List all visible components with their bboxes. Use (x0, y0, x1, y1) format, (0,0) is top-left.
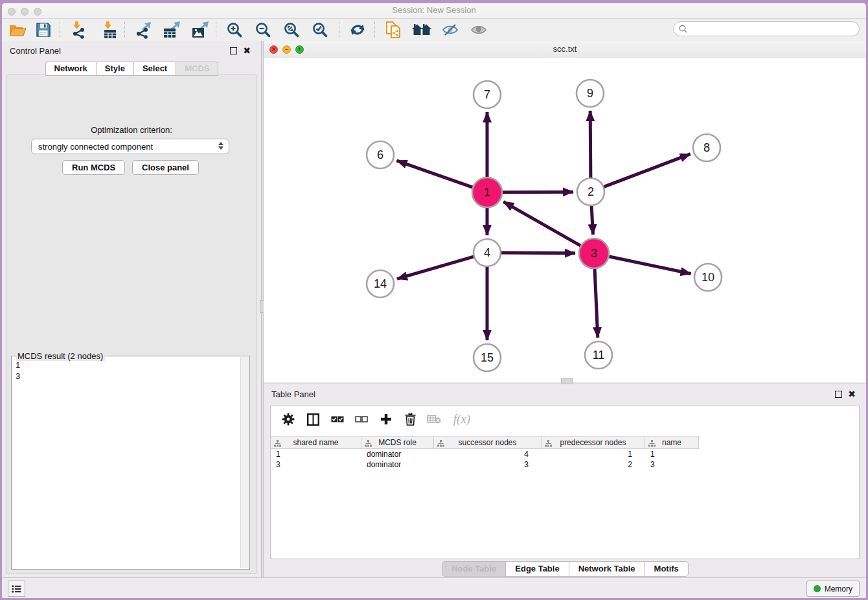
import-network-button[interactable] (68, 20, 89, 40)
delete-table-button[interactable] (424, 410, 444, 428)
zoom-in-icon (227, 22, 242, 38)
svg-text:3: 3 (591, 247, 597, 260)
node-6[interactable]: 6 (367, 141, 394, 168)
zoom-out-icon (255, 22, 271, 38)
hide-selected-button[interactable] (440, 20, 461, 40)
tab-select[interactable]: Select (133, 62, 176, 76)
deselect-all-button[interactable] (352, 410, 371, 428)
network-titlebar[interactable]: ✕ – + scc.txt (264, 41, 866, 59)
zoom-in-button[interactable] (224, 20, 245, 40)
edge-2-3[interactable] (591, 205, 593, 235)
zoom-fit-button[interactable] (281, 20, 302, 40)
edge-4-3[interactable] (500, 253, 575, 253)
status-bar: Memory (2, 577, 866, 598)
cell-name[interactable]: 1 (645, 449, 699, 459)
list-icon (12, 585, 21, 593)
close-table-panel-icon[interactable]: ✖ (848, 389, 856, 399)
horizontal-splitter-grip[interactable] (561, 378, 573, 384)
search-box[interactable] (673, 21, 860, 36)
cell-successor-nodes[interactable]: 4 (434, 449, 542, 459)
edge-3-1[interactable] (503, 202, 582, 246)
cell-shared-name[interactable]: 1 (271, 449, 361, 459)
memory-status-icon (814, 585, 821, 592)
column-header-shared-name[interactable]: shared name (271, 436, 361, 449)
node-9[interactable]: 9 (577, 80, 604, 107)
table-row[interactable]: 1dominator411 (271, 449, 859, 459)
node-4[interactable]: 4 (474, 239, 501, 266)
run-mcds-button[interactable]: Run MCDS (62, 160, 125, 175)
cell-predecessor-nodes[interactable]: 1 (542, 449, 645, 459)
cell-predecessor-nodes[interactable]: 2 (542, 459, 645, 470)
node-2[interactable]: 2 (577, 178, 604, 205)
function-builder-button[interactable]: f(x) (448, 410, 475, 428)
table-row[interactable]: 3dominator323 (271, 459, 859, 470)
edge-3-11[interactable] (595, 268, 598, 338)
edge-4-14[interactable] (397, 257, 475, 279)
svg-text:4: 4 (484, 246, 490, 259)
tab-network-table[interactable]: Network Table (569, 561, 645, 577)
export-image-button[interactable] (190, 20, 211, 40)
save-session-button[interactable] (33, 20, 54, 40)
delete-column-button[interactable] (400, 410, 420, 428)
memory-label: Memory (825, 584, 852, 594)
node-3[interactable]: 3 (579, 238, 609, 268)
table-toolbar: f(x) (271, 406, 859, 432)
select-all-button[interactable] (328, 410, 347, 428)
criterion-dropdown[interactable]: strongly connected component (31, 139, 229, 154)
zoom-selected-button[interactable] (310, 20, 330, 40)
tab-style[interactable]: Style (96, 62, 134, 76)
refresh-button[interactable] (347, 20, 368, 40)
memory-button[interactable]: Memory (806, 581, 860, 597)
tab-mcds[interactable]: MCDS (176, 62, 218, 76)
add-column-button[interactable] (376, 410, 396, 428)
svg-text:9: 9 (587, 87, 593, 100)
network-window: ✕ – + scc.txt 7968124314101511 (264, 41, 866, 382)
node-15[interactable]: 15 (474, 344, 501, 371)
table-settings-button[interactable] (279, 410, 298, 428)
cell-MCDS-role[interactable]: dominator (361, 449, 434, 459)
show-column-panel-button[interactable] (303, 410, 323, 428)
edge-1-6[interactable] (396, 161, 474, 188)
float-table-panel-icon[interactable] (835, 391, 842, 398)
table-tabs: Node TableEdge TableNetwork TableMotifs (264, 561, 866, 575)
node-10[interactable]: 10 (694, 264, 722, 291)
network-snapshot-button[interactable] (383, 20, 404, 40)
export-table-button[interactable] (161, 20, 182, 40)
home-view-button[interactable] (411, 20, 432, 40)
column-header-MCDS-role[interactable]: MCDS role (361, 436, 434, 449)
cell-name[interactable]: 3 (645, 459, 699, 470)
column-header-successor-nodes[interactable]: successor nodes (434, 436, 542, 449)
edge-3-10[interactable] (608, 257, 691, 274)
task-history-button[interactable] (8, 581, 25, 597)
network-canvas[interactable]: 7968124314101511 (264, 58, 866, 382)
node-11[interactable]: 11 (585, 341, 612, 369)
edge-2-8[interactable] (603, 154, 691, 187)
tab-edge-table[interactable]: Edge Table (505, 561, 569, 577)
node-7[interactable]: 7 (474, 81, 501, 108)
tab-node-table[interactable]: Node Table (442, 561, 506, 577)
close-panel-button[interactable]: Close panel (132, 160, 199, 175)
cell-shared-name[interactable]: 3 (271, 459, 361, 470)
node-1[interactable]: 1 (472, 178, 502, 207)
edge-1-2[interactable] (501, 192, 573, 192)
result-scrollbar[interactable] (240, 357, 249, 568)
network-graph[interactable]: 7968124314101511 (264, 58, 866, 382)
search-input[interactable] (691, 24, 859, 34)
open-session-button[interactable] (7, 20, 28, 40)
column-header-name[interactable]: name (645, 436, 699, 449)
close-panel-icon[interactable]: ✖ (243, 45, 251, 56)
tab-motifs[interactable]: Motifs (645, 561, 689, 577)
node-8[interactable]: 8 (693, 134, 720, 161)
cell-MCDS-role[interactable]: dominator (361, 459, 434, 470)
tab-network[interactable]: Network (45, 62, 97, 76)
export-network-button[interactable] (133, 20, 154, 40)
snapshot-pages-icon (385, 21, 402, 39)
import-table-button[interactable] (99, 20, 120, 40)
node-14[interactable]: 14 (367, 270, 394, 297)
cell-successor-nodes[interactable]: 3 (434, 459, 542, 470)
column-header-predecessor-nodes[interactable]: predecessor nodes (542, 436, 645, 449)
float-panel-icon[interactable] (230, 47, 237, 54)
zoom-out-button[interactable] (253, 20, 273, 40)
edge-2-9[interactable] (590, 111, 591, 179)
show-all-button[interactable] (468, 20, 489, 40)
